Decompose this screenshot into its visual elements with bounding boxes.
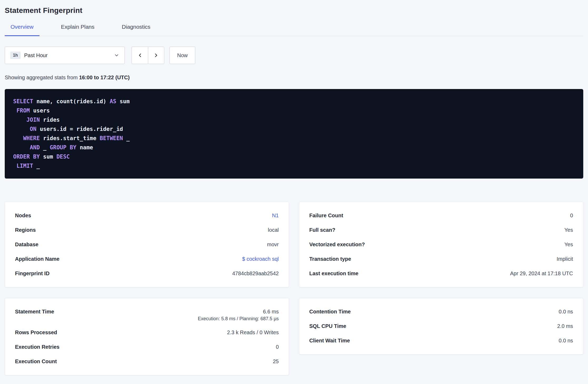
row-label: SQL CPU Time <box>309 323 346 330</box>
row-label: Vectorized execution? <box>309 241 365 248</box>
row-value-link[interactable]: $ cockroach sql <box>242 255 279 263</box>
now-button[interactable]: Now <box>170 47 195 64</box>
row-label: Statement Time <box>15 308 54 315</box>
row-value: 0 <box>276 343 279 351</box>
card-row: Execution Count25 <box>15 354 279 369</box>
card-row: Last execution timeApr 29, 2024 at 17:18… <box>309 266 573 281</box>
card-row: NodesN1 <box>15 208 279 223</box>
row-value: 4784cb829aab2542 <box>232 270 279 277</box>
tab-explain-plans[interactable]: Explain Plans <box>55 24 100 36</box>
card-row: Rows Processed2.3 k Reads / 0 Writes <box>15 325 279 340</box>
row-value: 6.6 ms <box>263 308 279 315</box>
sql-code: SELECT name, count(rides.id) AS sum FROM… <box>13 97 575 171</box>
row-label: Application Name <box>15 255 59 263</box>
row-value: local <box>268 227 279 234</box>
sql-statement-box: SELECT name, count(rides.id) AS sum FROM… <box>5 89 583 179</box>
card-row: SQL CPU Time2.0 ms <box>309 319 573 333</box>
row-value: 0.0 ns <box>559 337 573 344</box>
row-label: Nodes <box>15 212 31 219</box>
statement-fingerprint-page: Statement Fingerprint Overview Explain P… <box>0 0 588 376</box>
page-title: Statement Fingerprint <box>5 6 583 15</box>
row-label: Transaction type <box>309 255 351 263</box>
time-interval-dropdown[interactable]: 1h Past Hour <box>5 47 125 64</box>
interval-arrow-group <box>132 47 164 64</box>
row-value: movr <box>267 241 279 248</box>
card-row: Application Name$ cockroach sql <box>15 252 279 266</box>
row-label: Fingerprint ID <box>15 270 49 277</box>
execution-attributes-card: Failure Count0Full scan?YesVectorized ex… <box>299 202 583 287</box>
row-label: Last execution time <box>309 270 358 277</box>
card-row: Contention Time0.0 ns <box>309 304 573 319</box>
card-row: Fingerprint ID4784cb829aab2542 <box>15 266 279 281</box>
card-row: Databasemovr <box>15 237 279 252</box>
row-label: Client Wait Time <box>309 337 350 344</box>
row-value: 0.0 ns <box>559 308 573 315</box>
stats-prefix: Showing aggregated stats from <box>5 75 79 80</box>
row-value: Yes <box>564 227 573 234</box>
row-value: 2.0 ms <box>557 323 573 330</box>
row-label: Execution Retries <box>15 343 59 351</box>
row-label: Database <box>15 241 38 248</box>
wait-time-card: Contention Time0.0 nsSQL CPU Time2.0 msC… <box>299 298 583 355</box>
tab-bar: Overview Explain Plans Diagnostics <box>5 24 583 36</box>
card-row: Regionslocal <box>15 223 279 237</box>
statement-details-card: NodesN1RegionslocalDatabasemovrApplicati… <box>5 202 289 287</box>
row-label: Failure Count <box>309 212 343 219</box>
next-interval-button[interactable] <box>148 47 164 64</box>
row-label: Regions <box>15 227 36 234</box>
row-value: 25 <box>273 358 279 365</box>
stats-range: 16:00 to 17:22 (UTC) <box>79 75 129 80</box>
row-subvalue: Execution: 5.8 ms / Planning: 687.5 µs <box>198 316 279 322</box>
tab-overview[interactable]: Overview <box>5 24 39 36</box>
card-row: Vectorized execution?Yes <box>309 237 573 252</box>
interval-label: Past Hour <box>24 52 114 58</box>
card-row: Failure Count0 <box>309 208 573 223</box>
row-value: 2.3 k Reads / 0 Writes <box>227 329 279 336</box>
row-value: Apr 29, 2024 at 17:18 UTC <box>510 270 573 277</box>
chevron-down-icon <box>114 53 119 58</box>
statement-time-card: Statement Time6.6 msExecution: 5.8 ms / … <box>5 298 289 375</box>
row-value-link[interactable]: N1 <box>272 212 279 219</box>
chevron-right-icon <box>153 52 159 58</box>
row-label: Full scan? <box>309 227 335 234</box>
card-row: Execution Retries0 <box>15 340 279 354</box>
time-controls: 1h Past Hour Now <box>5 47 583 64</box>
prev-interval-button[interactable] <box>132 47 148 64</box>
chevron-left-icon <box>137 52 143 58</box>
interval-badge: 1h <box>10 52 21 59</box>
aggregated-stats-text: Showing aggregated stats from 16:00 to 1… <box>5 75 583 81</box>
card-row: Client Wait Time0.0 ns <box>309 333 573 348</box>
tab-diagnostics[interactable]: Diagnostics <box>116 24 156 36</box>
card-row: Transaction typeImplicit <box>309 252 573 266</box>
card-row: Full scan?Yes <box>309 223 573 237</box>
row-label: Contention Time <box>309 308 351 315</box>
row-label: Execution Count <box>15 358 57 365</box>
row-value: 0 <box>570 212 573 219</box>
overview-cards: NodesN1RegionslocalDatabasemovrApplicati… <box>5 202 583 376</box>
row-value: Yes <box>564 241 573 248</box>
row-label: Rows Processed <box>15 329 57 336</box>
row-value: Implicit <box>557 255 573 263</box>
card-row: Statement Time6.6 msExecution: 5.8 ms / … <box>15 304 279 325</box>
